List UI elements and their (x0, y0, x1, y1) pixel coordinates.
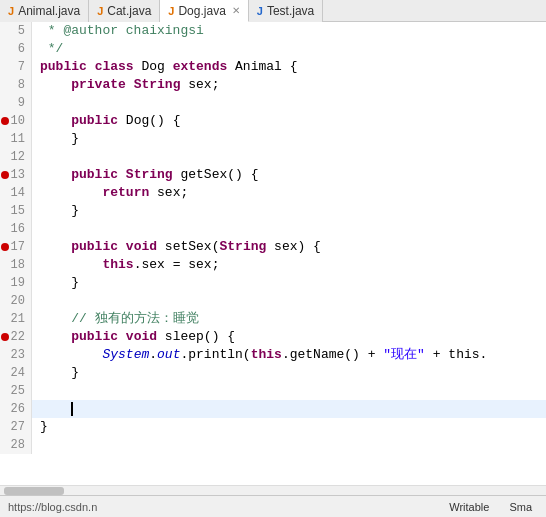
line-content: return sex; (32, 184, 188, 202)
line-content: } (32, 364, 79, 382)
code-line: 25 (0, 382, 546, 400)
line-number: 28 (0, 436, 32, 454)
code-line: 26 (0, 400, 546, 418)
code-line: 12 (0, 148, 546, 166)
line-number: 27 (0, 418, 32, 436)
line-number: 11 (0, 130, 32, 148)
line-number: 15 (0, 202, 32, 220)
code-line: 15 } (0, 202, 546, 220)
tab-test-java[interactable]: J Test.java (249, 0, 323, 22)
status-writable: Writable (443, 501, 495, 513)
code-line: 11 } (0, 130, 546, 148)
code-line: 28 (0, 436, 546, 454)
line-content: public String getSex() { (32, 166, 258, 184)
code-line: 6 */ (0, 40, 546, 58)
line-number: 12 (0, 148, 32, 166)
status-url: https://blog.csdn.n (8, 501, 97, 513)
line-number: 20 (0, 292, 32, 310)
line-number: 26 (0, 400, 32, 418)
line-number: 24 (0, 364, 32, 382)
line-content: public void setSex(String sex) { (32, 238, 321, 256)
line-number: 22 (0, 328, 32, 346)
line-number: 19 (0, 274, 32, 292)
tab-dog-java[interactable]: J Dog.java ✕ (160, 0, 249, 22)
line-content: } (32, 418, 48, 436)
line-number: 8 (0, 76, 32, 94)
tab-animal-java[interactable]: J Animal.java (0, 0, 89, 22)
code-line: 10 public Dog() { (0, 112, 546, 130)
line-content: */ (32, 40, 63, 58)
line-number: 5 (0, 22, 32, 40)
code-line: 17 public void setSex(String sex) { (0, 238, 546, 256)
horizontal-scrollbar[interactable] (0, 485, 546, 495)
close-icon[interactable]: ✕ (232, 5, 240, 16)
status-bar: https://blog.csdn.n Writable Sma (0, 495, 546, 517)
line-content: * @author chaixingsi (32, 22, 204, 40)
code-line: 27 } (0, 418, 546, 436)
line-number: 7 (0, 58, 32, 76)
status-mode: Sma (503, 501, 538, 513)
line-number: 23 (0, 346, 32, 364)
code-line: 21 // 独有的方法：睡觉 (0, 310, 546, 328)
tab-label: Test.java (267, 4, 314, 18)
code-lines: 5 * @author chaixingsi 6 */ 7 public cla… (0, 22, 546, 485)
java-file-icon: J (97, 5, 103, 17)
code-line: 22 public void sleep() { (0, 328, 546, 346)
code-area: 5 * @author chaixingsi 6 */ 7 public cla… (0, 22, 546, 495)
code-line: 23 System.out.println(this.getName() + "… (0, 346, 546, 364)
code-line: 18 this.sex = sex; (0, 256, 546, 274)
code-line: 16 (0, 220, 546, 238)
tab-bar: J Animal.java J Cat.java J Dog.java ✕ J … (0, 0, 546, 22)
code-line: 20 (0, 292, 546, 310)
line-content: } (32, 130, 79, 148)
line-content: this.sex = sex; (32, 256, 219, 274)
code-line: 14 return sex; (0, 184, 546, 202)
line-number: 9 (0, 94, 32, 112)
line-number: 10 (0, 112, 32, 130)
line-content: public class Dog extends Animal { (32, 58, 297, 76)
line-number: 18 (0, 256, 32, 274)
line-number: 14 (0, 184, 32, 202)
status-right: Writable Sma (443, 501, 538, 513)
line-content: System.out.println(this.getName() + "现在"… (32, 346, 487, 364)
code-line: 5 * @author chaixingsi (0, 22, 546, 40)
code-line: 19 } (0, 274, 546, 292)
line-content: } (32, 274, 79, 292)
code-line: 9 (0, 94, 546, 112)
java-file-icon: J (257, 5, 263, 17)
code-line: 24 } (0, 364, 546, 382)
code-line: 7 public class Dog extends Animal { (0, 58, 546, 76)
line-number: 17 (0, 238, 32, 256)
code-line: 13 public String getSex() { (0, 166, 546, 184)
tab-label: Animal.java (18, 4, 80, 18)
line-content (32, 400, 73, 418)
line-content: } (32, 202, 79, 220)
java-file-icon: J (8, 5, 14, 17)
scrollbar-thumb[interactable] (4, 487, 64, 495)
line-number: 25 (0, 382, 32, 400)
tab-cat-java[interactable]: J Cat.java (89, 0, 160, 22)
line-content: // 独有的方法：睡觉 (32, 310, 199, 328)
line-content: public void sleep() { (32, 328, 235, 346)
line-number: 16 (0, 220, 32, 238)
java-file-icon: J (168, 5, 174, 17)
line-content: private String sex; (32, 76, 219, 94)
tab-label: Cat.java (107, 4, 151, 18)
line-content: public Dog() { (32, 112, 180, 130)
line-number: 21 (0, 310, 32, 328)
code-line: 8 private String sex; (0, 76, 546, 94)
line-number: 13 (0, 166, 32, 184)
tab-label: Dog.java (178, 4, 225, 18)
line-number: 6 (0, 40, 32, 58)
